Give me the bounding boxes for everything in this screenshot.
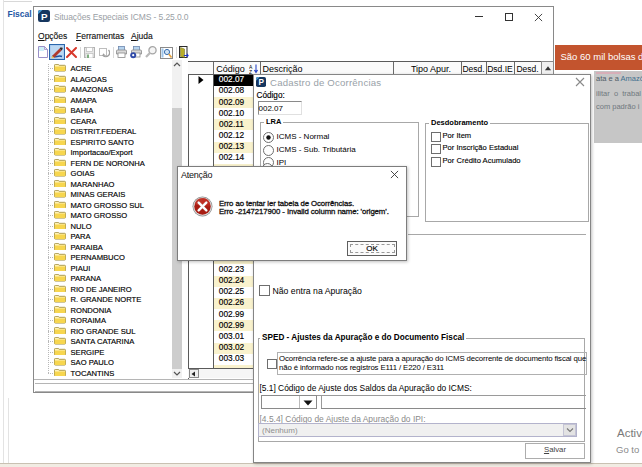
svg-text:P: P <box>41 11 48 22</box>
svg-text:Z: Z <box>249 69 252 74</box>
svg-text:P: P <box>258 78 264 87</box>
